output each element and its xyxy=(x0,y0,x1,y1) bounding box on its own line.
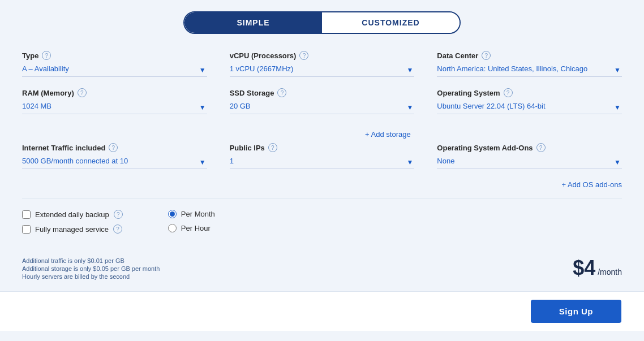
info-text-block: Additional traffic is only $0.01 per GB … xyxy=(22,257,160,280)
fully-managed-checkbox[interactable] xyxy=(22,225,31,234)
internet-traffic-select[interactable]: 5000 GB/month connected at 10 10000 GB/m… xyxy=(22,157,207,166)
datacenter-label: Data Center xyxy=(437,51,478,60)
per-month-label: Per Month xyxy=(181,210,215,218)
price-block: $4 /month xyxy=(573,256,622,280)
type-select-wrapper: A – Availability B – Balanced C – Comput… xyxy=(22,63,207,77)
public-ips-select-wrapper: 1 2 3 ▼ xyxy=(230,156,415,169)
form-area: Type ? A – Availability B – Balanced C –… xyxy=(22,51,622,245)
os-help-icon[interactable]: ? xyxy=(504,88,513,97)
os-addons-group: Operating System Add-Ons ? None cPanel P… xyxy=(437,143,622,169)
type-select[interactable]: A – Availability B – Balanced C – Comput… xyxy=(22,64,207,74)
price-period: /month xyxy=(598,267,622,277)
internet-traffic-select-wrapper: 5000 GB/month connected at 10 10000 GB/m… xyxy=(22,156,207,169)
extended-backup-item: Extended daily backup ? xyxy=(22,210,123,219)
internet-traffic-label: Internet Traffic included xyxy=(22,144,105,152)
price-value: $4 xyxy=(573,256,595,280)
info-line-2: Additional storage is only $0.05 per GB … xyxy=(22,265,160,272)
page-wrapper: SIMPLE CUSTOMIZED Type ? A – Availabilit… xyxy=(0,11,644,341)
public-ips-select[interactable]: 1 2 3 xyxy=(230,157,415,166)
extended-backup-label: Extended daily backup xyxy=(35,210,109,219)
radio-group: Per Month Per Hour xyxy=(168,210,215,232)
customized-toggle-btn[interactable]: CUSTOMIZED xyxy=(322,12,460,33)
internet-traffic-help-icon[interactable]: ? xyxy=(109,143,118,152)
info-line-3: Hourly servers are billed by the second xyxy=(22,273,160,280)
ram-select-wrapper: 512 MB 1024 MB 2048 MB ▼ xyxy=(22,101,207,114)
public-ips-label: Public IPs xyxy=(230,144,265,152)
os-addons-select-wrapper: None cPanel Plesk ▼ xyxy=(437,156,622,169)
fully-managed-item: Fully managed service ? xyxy=(22,225,123,234)
type-label: Type xyxy=(22,51,38,60)
datacenter-select-wrapper: North America: United States, Illinois, … xyxy=(437,63,622,77)
info-line-1: Additional traffic is only $0.01 per GB xyxy=(22,257,160,264)
divider xyxy=(22,198,622,198)
ram-group: RAM (Memory) ? 512 MB 1024 MB 2048 MB ▼ xyxy=(22,88,207,114)
view-toggle: SIMPLE CUSTOMIZED xyxy=(183,11,461,34)
ram-label: RAM (Memory) xyxy=(22,89,74,97)
os-group: Operating System ? Ubuntu Server 22.04 (… xyxy=(437,88,622,114)
per-hour-item: Per Hour xyxy=(168,224,215,232)
vcpu-label: vCPU (Processors) xyxy=(230,51,297,60)
ram-select[interactable]: 512 MB 1024 MB 2048 MB xyxy=(22,102,207,111)
os-addons-label: Operating System Add-Ons xyxy=(437,144,533,152)
signup-btn-wrapper: Sign Up xyxy=(0,291,644,331)
datacenter-help-icon[interactable]: ? xyxy=(482,51,491,60)
per-month-item: Per Month xyxy=(168,210,215,218)
fully-managed-label: Fully managed service xyxy=(35,225,109,234)
type-help-icon[interactable]: ? xyxy=(42,51,51,60)
internet-traffic-group: Internet Traffic included ? 5000 GB/mont… xyxy=(22,143,207,169)
public-ips-group: Public IPs ? 1 2 3 ▼ xyxy=(230,143,415,169)
datacenter-select[interactable]: North America: United States, Illinois, … xyxy=(437,64,622,74)
public-ips-help-icon[interactable]: ? xyxy=(268,143,277,152)
ssd-select[interactable]: 10 GB 20 GB 40 GB xyxy=(230,102,415,111)
os-label: Operating System xyxy=(437,89,500,97)
ssd-label: SSD Storage xyxy=(230,89,274,97)
vcpu-help-icon[interactable]: ? xyxy=(299,51,308,60)
add-os-link[interactable]: + Add OS add-ons xyxy=(561,180,622,189)
simple-toggle-btn[interactable]: SIMPLE xyxy=(184,12,322,33)
fully-managed-help-icon[interactable]: ? xyxy=(113,225,122,234)
ssd-help-icon[interactable]: ? xyxy=(277,88,286,97)
add-os-container: + Add OS add-ons xyxy=(22,180,622,189)
form-row-1: Type ? A – Availability B – Balanced C –… xyxy=(22,51,622,77)
options-row: Extended daily backup ? Fully managed se… xyxy=(22,210,622,234)
extended-backup-help-icon[interactable]: ? xyxy=(114,210,123,219)
checkbox-group: Extended daily backup ? Fully managed se… xyxy=(22,210,123,234)
type-group: Type ? A – Availability B – Balanced C –… xyxy=(22,51,207,77)
vcpu-group: vCPU (Processors) ? 1 vCPU (2667MHz) 2 v… xyxy=(230,51,415,77)
os-select-wrapper: Ubuntu Server 22.04 (LTS) 64-bit CentOS … xyxy=(437,101,622,114)
os-select[interactable]: Ubuntu Server 22.04 (LTS) 64-bit CentOS … xyxy=(437,102,622,111)
signup-button[interactable]: Sign Up xyxy=(531,300,621,323)
footer-area: Additional traffic is only $0.01 per GB … xyxy=(22,251,622,280)
ram-help-icon[interactable]: ? xyxy=(78,88,87,97)
ssd-group: SSD Storage ? 10 GB 20 GB 40 GB ▼ xyxy=(230,88,415,114)
per-month-radio[interactable] xyxy=(168,210,177,218)
extended-backup-checkbox[interactable] xyxy=(22,210,31,219)
os-addons-select[interactable]: None cPanel Plesk xyxy=(437,157,622,166)
os-addons-help-icon[interactable]: ? xyxy=(536,143,546,152)
per-hour-radio[interactable] xyxy=(168,224,177,232)
ssd-select-wrapper: 10 GB 20 GB 40 GB ▼ xyxy=(230,101,415,114)
vcpu-select[interactable]: 1 vCPU (2667MHz) 2 vCPU 4 vCPU xyxy=(230,64,415,74)
form-row-2: RAM (Memory) ? 512 MB 1024 MB 2048 MB ▼ … xyxy=(22,88,622,114)
add-storage-container: + Add storage xyxy=(22,130,622,139)
per-hour-label: Per Hour xyxy=(181,224,211,232)
vcpu-select-wrapper: 1 vCPU (2667MHz) 2 vCPU 4 vCPU ▼ xyxy=(230,63,415,77)
datacenter-group: Data Center ? North America: United Stat… xyxy=(437,51,622,77)
add-storage-link[interactable]: + Add storage xyxy=(365,130,411,139)
form-row-3: Internet Traffic included ? 5000 GB/mont… xyxy=(22,143,622,169)
